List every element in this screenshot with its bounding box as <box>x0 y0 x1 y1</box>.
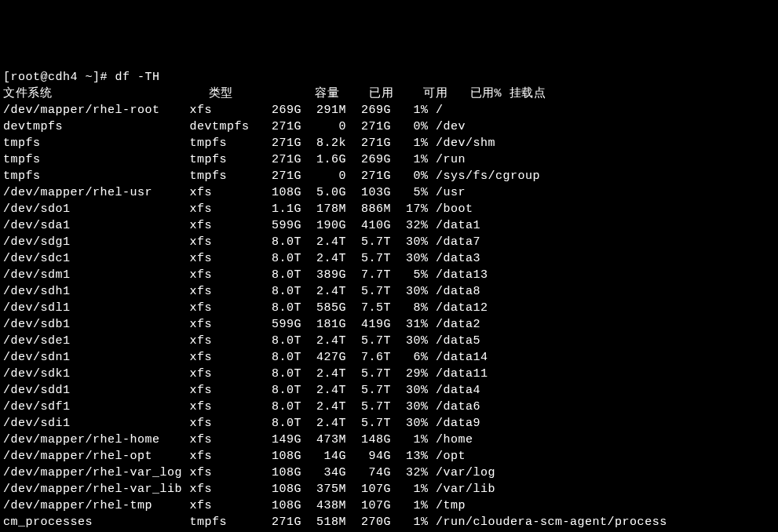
prompt-line: [root@cdh4 ~]# df -TH <box>3 71 160 84</box>
terminal-output[interactable]: [root@cdh4 ~]# df -TH 文件系统 类型 容量 已用 可用 已… <box>3 69 775 532</box>
data-rows: /dev/mapper/rhel-root xfs 269G 291M 269G… <box>3 104 667 532</box>
header-row: 文件系统 类型 容量 已用 可用 已用% 挂载点 <box>3 87 546 100</box>
